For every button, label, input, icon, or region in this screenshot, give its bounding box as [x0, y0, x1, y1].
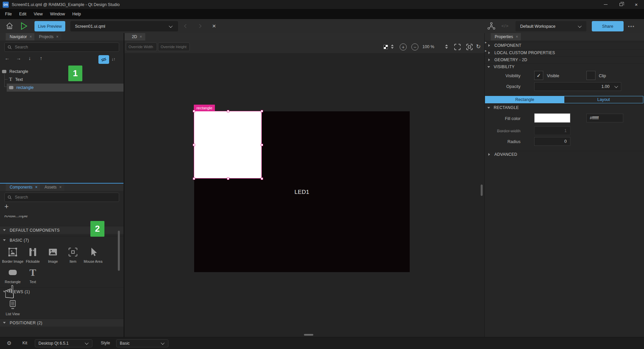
fit-screen-button[interactable] [466, 43, 473, 50]
tab-assets[interactable]: Assets × [41, 184, 64, 191]
tree-item-rectangle-child[interactable]: rectangle [7, 84, 124, 92]
resize-handle-s[interactable] [227, 178, 229, 180]
section-visibility[interactable]: VISIBILITY [485, 63, 644, 70]
navigator-search[interactable] [4, 42, 119, 52]
component-image[interactable]: Image [42, 247, 64, 263]
file-selector-dropdown[interactable]: Screen01.ui.qml [70, 21, 178, 31]
resize-handle-nw[interactable] [193, 110, 195, 112]
artboard-text[interactable]: LED1 [194, 189, 410, 196]
canvas-horizontal-scrollbar[interactable] [304, 334, 313, 336]
gear-icon[interactable]: ⚙ [7, 340, 11, 346]
menu-file[interactable]: File [1, 9, 15, 19]
tab-rectangle-properties[interactable]: Rectangle [485, 96, 564, 103]
move-left-icon[interactable]: ← [5, 55, 10, 61]
zoom-out-button[interactable]: − [411, 43, 418, 50]
selected-rectangle[interactable]: rectangle [194, 111, 262, 179]
close-tab-icon[interactable]: × [29, 34, 32, 39]
close-tab-icon[interactable]: × [56, 34, 59, 39]
menu-edit[interactable]: Edit [15, 9, 30, 19]
panel-expand-arrow-icon[interactable]: ▸ [485, 49, 487, 52]
override-width-field[interactable] [126, 42, 157, 51]
run-button[interactable] [20, 22, 28, 30]
tree-item-rectangle-root[interactable]: Rectangle [0, 68, 124, 76]
more-options-button[interactable]: ••• [628, 24, 635, 29]
close-button[interactable]: × [629, 0, 644, 9]
close-document-button[interactable]: × [212, 23, 216, 29]
add-module-button[interactable]: + [4, 202, 9, 211]
move-down-icon[interactable]: ↓ [28, 55, 31, 61]
kit-dropdown[interactable]: Desktop Qt 6.5.1 [35, 339, 92, 347]
style-dropdown[interactable]: Basic [116, 339, 168, 347]
close-tab-icon[interactable]: × [140, 34, 142, 39]
show-invisible-button[interactable] [98, 55, 109, 64]
radius-field[interactable]: 0 [534, 137, 570, 146]
tab-2d[interactable]: 2D × [125, 33, 145, 40]
zoom-stepper[interactable] [445, 44, 448, 49]
tree-item-text[interactable]: T Text [0, 76, 124, 84]
menu-window[interactable]: Window [47, 9, 69, 19]
search-input[interactable] [15, 195, 116, 200]
forward-button[interactable] [197, 24, 201, 28]
components-scrollbar[interactable] [118, 231, 120, 271]
override-width-input[interactable] [129, 45, 154, 49]
visible-checkbox[interactable]: ✓ [534, 71, 543, 80]
component-flickable[interactable]: Flickable [22, 247, 44, 263]
section-positioner[interactable]: POSITIONER (2) [0, 319, 124, 327]
minimize-button[interactable] [598, 0, 613, 9]
section-component[interactable]: COMPONENT [485, 42, 644, 49]
override-height-input[interactable] [161, 45, 187, 49]
tab-components[interactable]: Components × [6, 184, 40, 191]
canvas-viewport[interactable]: LED1 rectangle [125, 53, 484, 337]
canvas-vertical-scrollbar[interactable] [481, 185, 483, 196]
close-tab-icon[interactable]: × [516, 34, 518, 39]
panel-expand-arrow-icon[interactable]: ▸ [485, 40, 487, 44]
components-search[interactable] [4, 193, 119, 202]
share-button[interactable]: Share [592, 21, 624, 31]
close-tab-icon[interactable]: × [35, 185, 37, 190]
search-input[interactable] [15, 45, 116, 49]
section-views[interactable]: VIEWS (1) [0, 287, 124, 296]
resize-handle-w[interactable] [193, 144, 195, 146]
resize-handle-n[interactable] [227, 110, 229, 112]
fill-color-hex-field[interactable]: #ffffff [586, 114, 623, 122]
menu-view[interactable]: View [30, 9, 47, 19]
close-tab-icon[interactable]: × [59, 185, 62, 190]
reset-view-button[interactable]: ↻ [476, 43, 481, 50]
resize-handle-ne[interactable] [261, 110, 263, 112]
component-mouse-area[interactable]: Mouse Area [82, 247, 104, 263]
resize-handle-sw[interactable] [193, 178, 195, 180]
chevron-down-icon[interactable] [614, 84, 618, 88]
background-color-swatch[interactable] [384, 45, 388, 49]
move-right-icon[interactable]: → [16, 55, 21, 61]
fill-color-swatch[interactable] [534, 113, 570, 123]
resize-handle-se[interactable] [261, 178, 263, 180]
live-preview-button[interactable]: Live Preview [34, 21, 65, 31]
home-button[interactable] [5, 22, 14, 30]
section-basic[interactable]: BASIC (7) [0, 236, 124, 244]
maximize-button[interactable] [613, 0, 629, 9]
workspace-dropdown[interactable]: Default Workspace [515, 21, 586, 31]
tab-projects[interactable]: Projects × [35, 33, 61, 40]
section-default-components[interactable]: DEFAULT COMPONENTS [0, 226, 124, 234]
section-advanced[interactable]: ADVANCED [485, 151, 644, 158]
move-up-icon[interactable]: ↑ [40, 55, 43, 61]
section-geometry-2d[interactable]: GEOMETRY - 2D [485, 56, 644, 63]
tab-navigator[interactable]: Navigator × [6, 33, 34, 40]
zoom-in-button[interactable]: + [400, 43, 407, 50]
tab-properties[interactable]: Properties × [491, 33, 521, 40]
opacity-field[interactable]: 1.00 [534, 82, 621, 91]
clip-checkbox[interactable] [586, 71, 595, 80]
back-button[interactable] [184, 24, 188, 28]
node-graph-button[interactable] [487, 22, 496, 30]
component-border-image[interactable]: Border Image [2, 247, 23, 263]
border-width-field[interactable]: 1 [534, 126, 570, 135]
artboard-root-rectangle[interactable]: LED1 rectangle [194, 111, 410, 272]
reverse-order-icon[interactable]: ↓↑ [111, 56, 115, 62]
background-stepper[interactable] [391, 44, 394, 49]
tab-layout-properties[interactable]: Layout [564, 96, 643, 103]
section-rectangle[interactable]: RECTANGLE [485, 104, 644, 111]
module-item-clipped[interactable]: RA6M...mple [4, 216, 71, 219]
code-view-button[interactable]: </> [501, 23, 509, 28]
resize-handle-e[interactable] [261, 144, 263, 146]
component-text[interactable]: T Text [22, 267, 44, 284]
